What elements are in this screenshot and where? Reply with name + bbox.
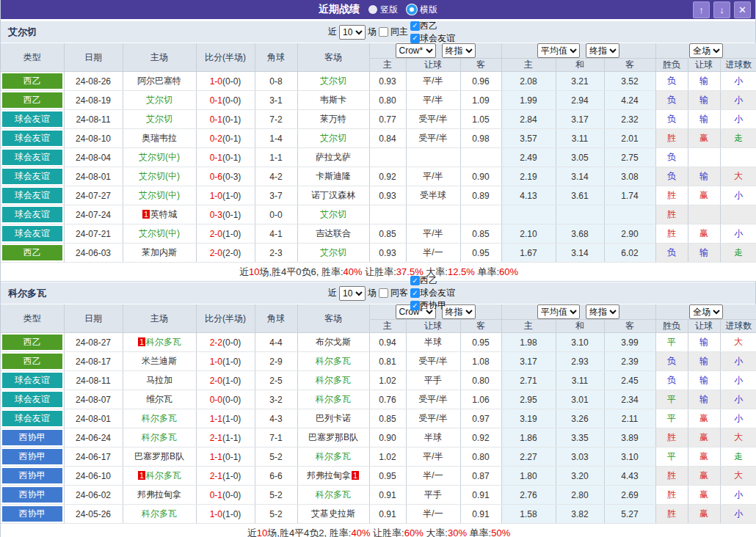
match-row: 西协甲24-05-26科尔多瓦1-0(1-0)5-2艾基史拉斯0.91半/一0.… <box>1 505 756 524</box>
league-checkbox[interactable]: ✓ <box>410 276 420 285</box>
result-outcome: 负 <box>655 91 688 110</box>
match-row: 球会友谊24-08-11艾尔切0-1(0-1)7-2莱万特0.77受平/半1.0… <box>1 110 756 129</box>
league-checkbox[interactable]: ✓ <box>410 301 420 310</box>
avg-home-odds: 2.08 <box>501 72 556 91</box>
average-select[interactable]: 平均值 <box>537 43 580 58</box>
result-goals: 小 <box>720 352 756 371</box>
stat-value: 60% <box>499 266 518 277</box>
league-label[interactable]: 西乙 <box>420 20 437 32</box>
radio-horizontal-label[interactable]: 横版 <box>420 4 437 16</box>
league-badge: 球会友谊 <box>2 411 62 426</box>
away-odds: 0.80 <box>460 371 501 390</box>
match-count-select[interactable]: 10 <box>339 25 366 40</box>
same-venue-checkbox[interactable]: ✓ <box>379 288 388 298</box>
filter-suffix-label: 场 <box>368 26 377 38</box>
league-type-cell: 球会友谊 <box>1 224 64 244</box>
league-checkbox[interactable]: ✓ <box>410 34 420 43</box>
avg-draw-odds: 3.11 <box>556 371 604 390</box>
away-team-name: 科尔多瓦 <box>316 375 351 385</box>
radio-unselected-icon[interactable] <box>368 5 377 14</box>
away-team: 科尔多瓦 <box>297 486 369 505</box>
league-label[interactable]: 球会友谊 <box>420 287 455 299</box>
league-filter[interactable]: ✓西协甲 <box>410 299 455 312</box>
avg-draw-odds: 3.21 <box>556 72 604 91</box>
scope-select[interactable]: 全场 <box>689 304 723 319</box>
match-row: 西乙24-08-26阿尔巴塞特1-0(0-0)0-8艾尔切0.93平/半0.96… <box>1 72 756 91</box>
match-row: 球会友谊24-08-04艾尔切(中)0-1(0-1)1-1萨拉戈萨2.493.0… <box>1 148 756 167</box>
home-team: 巴塞罗那B队 <box>123 448 196 467</box>
corner-score: 0-8 <box>255 72 297 91</box>
avg-home-odds <box>501 205 556 224</box>
match-date: 24-06-17 <box>64 448 123 467</box>
away-odds <box>460 148 501 167</box>
avg-draw-odds: 2.94 <box>556 91 604 110</box>
league-filter[interactable]: ✓西乙 <box>410 20 455 32</box>
away-odds: 0.87 <box>460 467 501 486</box>
league-label[interactable]: 球会友谊 <box>420 32 455 45</box>
away-team-name: 邦弗拉甸拿 <box>307 470 351 481</box>
rank-badge: 1 <box>138 471 145 480</box>
score-cell: 1-0(1-0) <box>196 186 255 205</box>
home-odds: 0.93 <box>369 186 406 205</box>
home-team-name: 艾尔切(中) <box>139 190 180 200</box>
league-type-cell: 西协甲 <box>1 428 64 448</box>
home-team: 维尔瓦 <box>123 390 196 409</box>
home-team-name: 科尔多瓦 <box>146 470 181 481</box>
filter-bar: 近 10 场 ✓ 同客 ✓西乙✓球会友谊✓西协甲 <box>328 274 455 312</box>
close-button[interactable]: ✕ <box>734 1 751 18</box>
halftime-score: (0-1) <box>222 452 241 462</box>
match-date: 24-08-07 <box>64 390 123 409</box>
league-checkbox[interactable]: ✓ <box>410 288 420 298</box>
result-outcome: 胜 <box>655 205 688 224</box>
average-group-header: 平均值 终指 <box>501 304 655 320</box>
avg-home-odds: 2.49 <box>501 148 556 167</box>
move-up-button[interactable]: ↑ <box>693 1 710 18</box>
same-venue-label: 同主 <box>390 26 408 38</box>
league-type-cell: 西协甲 <box>1 448 64 467</box>
match-count-select[interactable]: 10 <box>339 286 366 301</box>
avg-draw-odds: 3.10 <box>556 333 604 352</box>
result-outcome: 胜 <box>655 467 688 486</box>
average-stage-select[interactable]: 终指 <box>586 43 619 58</box>
league-type-cell: 西乙 <box>1 352 64 371</box>
col-odds-home: 主 <box>369 59 406 72</box>
bookmaker-select[interactable]: Crow* <box>396 43 436 58</box>
home-odds: 0.93 <box>369 244 406 263</box>
avg-home-odds: 1.58 <box>501 505 556 524</box>
scope-select[interactable]: 全场 <box>689 43 723 58</box>
home-team-name: 科尔多瓦 <box>142 413 177 423</box>
league-filter[interactable]: ✓球会友谊 <box>410 32 455 45</box>
avg-away-odds: 2.69 <box>604 486 655 505</box>
league-checkbox[interactable]: ✓ <box>410 21 420 31</box>
league-label[interactable]: 西乙 <box>420 274 437 287</box>
layout-radio-horizontal[interactable]: 横版 <box>407 4 437 16</box>
corner-score: 5-2 <box>255 505 297 524</box>
away-odds: 1.08 <box>460 352 501 371</box>
league-filter[interactable]: ✓球会友谊 <box>410 287 455 299</box>
league-label[interactable]: 西协甲 <box>420 299 446 312</box>
result-goals: 小 <box>720 371 756 390</box>
same-venue-checkbox[interactable]: ✓ <box>379 27 388 37</box>
home-odds: 0.93 <box>369 72 406 91</box>
average-stage-select[interactable]: 终指 <box>586 304 619 319</box>
radio-vertical-label[interactable]: 竖版 <box>380 4 398 16</box>
fulltime-score: 0-0 <box>210 395 222 405</box>
league-type-cell: 西乙 <box>1 244 64 263</box>
layout-radio-vertical[interactable]: 竖版 <box>368 4 398 16</box>
radio-selected-icon[interactable] <box>407 4 417 15</box>
corner-score: 0-0 <box>255 205 297 224</box>
result-outcome: 胜 <box>655 186 688 205</box>
score-cell: 0-1(0-0) <box>196 91 255 110</box>
result-handicap: 输 <box>688 244 720 263</box>
average-select[interactable]: 平均值 <box>537 304 580 319</box>
odds-stage-select[interactable]: 终指 <box>442 43 476 58</box>
move-down-button[interactable]: ↓ <box>713 1 730 18</box>
corner-score: 4-2 <box>255 167 297 186</box>
away-odds: 1.05 <box>460 110 501 129</box>
corner-score: 4-1 <box>255 224 297 244</box>
away-team-name: 艾尔切 <box>320 247 346 257</box>
stat-value: 60% <box>404 527 424 537</box>
league-type-cell: 西协甲 <box>1 505 64 524</box>
league-badge: 球会友谊 <box>2 150 62 165</box>
league-filter[interactable]: ✓西乙 <box>410 274 455 287</box>
